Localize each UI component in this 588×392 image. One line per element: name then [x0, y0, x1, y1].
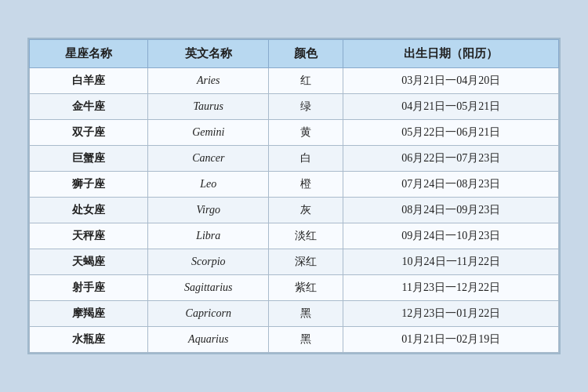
- zodiac-table-container: 星座名称 英文名称 颜色 出生日期（阳历） 白羊座Aries红03月21日一04…: [27, 38, 561, 354]
- cell-dates: 11月23日一12月22日: [343, 275, 559, 301]
- table-row: 巨蟹座Cancer白06月22日一07月23日: [30, 146, 559, 172]
- cell-chinese-name: 狮子座: [30, 172, 148, 198]
- cell-dates: 12月23日一01月22日: [343, 301, 559, 327]
- table-row: 天秤座Libra淡红09月24日一10月23日: [30, 223, 559, 249]
- cell-chinese-name: 双子座: [30, 120, 148, 146]
- table-row: 水瓶座Aquarius黑01月21日一02月19日: [30, 327, 559, 353]
- cell-english-name: Cancer: [148, 146, 269, 172]
- cell-chinese-name: 巨蟹座: [30, 146, 148, 172]
- cell-english-name: Aries: [148, 68, 269, 94]
- cell-english-name: Gemini: [148, 120, 269, 146]
- header-dates: 出生日期（阳历）: [343, 40, 559, 68]
- cell-english-name: Libra: [148, 223, 269, 249]
- table-row: 白羊座Aries红03月21日一04月20日: [30, 68, 559, 94]
- cell-chinese-name: 天蝎座: [30, 249, 148, 275]
- cell-english-name: Aquarius: [148, 327, 269, 353]
- cell-dates: 05月22日一06月21日: [343, 120, 559, 146]
- table-row: 双子座Gemini黄05月22日一06月21日: [30, 120, 559, 146]
- table-row: 狮子座Leo橙07月24日一08月23日: [30, 172, 559, 198]
- table-row: 处女座Virgo灰08月24日一09月23日: [30, 198, 559, 223]
- table-row: 摩羯座Capricorn黑12月23日一01月22日: [30, 301, 559, 327]
- cell-chinese-name: 摩羯座: [30, 301, 148, 327]
- cell-chinese-name: 处女座: [30, 198, 148, 223]
- cell-color: 红: [269, 68, 343, 94]
- cell-chinese-name: 射手座: [30, 275, 148, 301]
- cell-color: 橙: [269, 172, 343, 198]
- cell-dates: 07月24日一08月23日: [343, 172, 559, 198]
- cell-color: 绿: [269, 94, 343, 120]
- header-english-name: 英文名称: [148, 40, 269, 68]
- table-body: 白羊座Aries红03月21日一04月20日金牛座Taurus绿04月21日一0…: [30, 68, 559, 353]
- cell-english-name: Scorpio: [148, 249, 269, 275]
- header-color: 颜色: [269, 40, 343, 68]
- cell-chinese-name: 白羊座: [30, 68, 148, 94]
- cell-dates: 09月24日一10月23日: [343, 223, 559, 249]
- cell-color: 灰: [269, 198, 343, 223]
- table-row: 射手座Sagittarius紫红11月23日一12月22日: [30, 275, 559, 301]
- cell-dates: 01月21日一02月19日: [343, 327, 559, 353]
- header-chinese-name: 星座名称: [30, 40, 148, 68]
- cell-dates: 06月22日一07月23日: [343, 146, 559, 172]
- table-row: 金牛座Taurus绿04月21日一05月21日: [30, 94, 559, 120]
- cell-color: 深红: [269, 249, 343, 275]
- cell-dates: 03月21日一04月20日: [343, 68, 559, 94]
- cell-color: 白: [269, 146, 343, 172]
- cell-color: 紫红: [269, 275, 343, 301]
- cell-color: 淡红: [269, 223, 343, 249]
- cell-english-name: Sagittarius: [148, 275, 269, 301]
- cell-chinese-name: 水瓶座: [30, 327, 148, 353]
- cell-english-name: Virgo: [148, 198, 269, 223]
- table-row: 天蝎座Scorpio深红10月24日一11月22日: [30, 249, 559, 275]
- zodiac-table: 星座名称 英文名称 颜色 出生日期（阳历） 白羊座Aries红03月21日一04…: [29, 39, 559, 353]
- cell-chinese-name: 天秤座: [30, 223, 148, 249]
- cell-dates: 10月24日一11月22日: [343, 249, 559, 275]
- cell-dates: 08月24日一09月23日: [343, 198, 559, 223]
- cell-chinese-name: 金牛座: [30, 94, 148, 120]
- cell-color: 黄: [269, 120, 343, 146]
- cell-english-name: Capricorn: [148, 301, 269, 327]
- cell-dates: 04月21日一05月21日: [343, 94, 559, 120]
- cell-english-name: Taurus: [148, 94, 269, 120]
- cell-color: 黑: [269, 327, 343, 353]
- table-header-row: 星座名称 英文名称 颜色 出生日期（阳历）: [30, 40, 559, 68]
- cell-english-name: Leo: [148, 172, 269, 198]
- cell-color: 黑: [269, 301, 343, 327]
